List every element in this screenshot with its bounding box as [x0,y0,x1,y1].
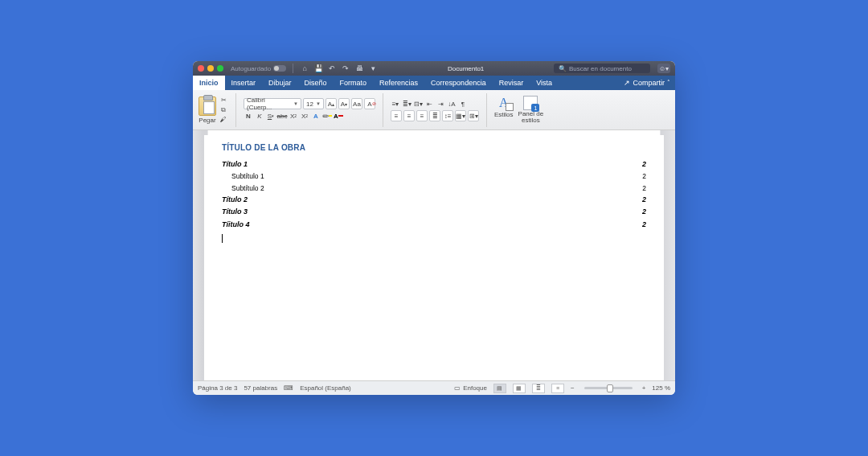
tab-vista[interactable]: Vista [530,76,559,90]
home-icon[interactable]: ⌂ [300,64,309,73]
toc-entry-page: 2 [642,183,646,194]
numbering-button[interactable]: ≣▾ [402,98,411,109]
ribbon-toolbar: Pegar ✂ ⧉ 🖌 Calibri (Cuerp...▼ 12▼ A▴ A▾ [193,90,675,130]
toc-entry[interactable]: Título 12 [222,158,646,170]
close-window-button[interactable] [198,65,204,72]
search-box[interactable]: 🔍 Buscar en documento [554,64,650,73]
italic-button[interactable]: K [255,110,264,121]
search-placeholder: Buscar en documento [569,65,632,72]
document-canvas[interactable]: TÍTULO DE LA OBRA Título 12Subtítulo 12S… [193,130,675,380]
toc-entry[interactable]: Subtítulo 12 [222,170,646,182]
autosave-label: Autoguardado [231,65,271,72]
toc-entry-text: Título 1 [222,158,248,170]
page-indicator[interactable]: Página 3 de 3 [198,384,237,392]
focus-mode-button[interactable]: ▭Enfoque [454,384,487,392]
font-name-value: Calibri (Cuerp... [247,97,291,111]
outline-view-button[interactable]: ≣ [532,384,545,393]
clear-formatting-button[interactable]: A⊘ [364,98,375,109]
align-right-button[interactable]: ≡ [416,110,428,121]
sort-button[interactable]: ↓A [447,98,457,109]
zoom-in-button[interactable]: + [642,384,646,392]
search-icon: 🔍 [559,65,567,72]
subscript-button[interactable]: X2 [289,110,298,121]
font-color-button[interactable]: A [334,110,343,121]
chevron-up-icon[interactable]: ˄ [667,80,670,86]
align-left-button[interactable]: ≡ [391,110,402,121]
zoom-level[interactable]: 125 % [652,384,670,392]
redo-icon[interactable]: ↷ [341,64,350,73]
share-icon: ↗ [624,79,630,87]
tab-referencias[interactable]: Referencias [373,76,424,90]
font-name-dropdown[interactable]: Calibri (Cuerp...▼ [244,98,301,109]
more-icon[interactable]: ▾ [368,64,378,73]
bold-button[interactable]: N [244,110,253,121]
document-title: Documento1 [448,65,484,72]
shading-button[interactable]: ▦▾ [455,110,466,121]
align-center-button[interactable]: ≡ [403,110,415,121]
draft-view-button[interactable]: ≡ [551,384,564,393]
language-indicator[interactable]: Español (España) [300,384,351,392]
print-layout-view-button[interactable]: ▤ [493,384,506,393]
shrink-font-button[interactable]: A▾ [338,98,350,109]
paragraph-group: ≡▾ ≣▾ ⊟▾ ⇤ ⇥ ↓A ¶ ≡ ≡ ≡ ≣ ↕≡ ▦▾ ⊞▾ [388,92,481,128]
tab-diseño[interactable]: Diseño [298,76,334,90]
tab-correspondencia[interactable]: Correspondencia [424,76,493,90]
toc-entry-text: Subtítulo 1 [231,170,264,182]
tab-inicio[interactable]: Inicio [193,76,225,90]
decrease-indent-button[interactable]: ⇤ [424,98,434,109]
page[interactable]: TÍTULO DE LA OBRA Título 12Subtítulo 12S… [204,135,664,380]
bullets-button[interactable]: ≡▾ [391,98,400,109]
grow-font-button[interactable]: A▴ [326,98,337,109]
zoom-slider[interactable] [584,387,633,389]
show-marks-button[interactable]: ¶ [458,98,468,109]
increase-indent-button[interactable]: ⇥ [436,98,445,109]
window-controls [198,65,223,72]
styles-gallery-icon[interactable]: A [499,96,509,110]
tab-revisar[interactable]: Revisar [493,76,530,90]
toc-entry-text: Subtítulo 2 [231,183,264,194]
multilevel-button[interactable]: ⊟▾ [413,98,423,109]
highlight-button[interactable]: ✎ [322,110,332,121]
zoom-out-button[interactable]: − [571,384,575,392]
maximize-window-button[interactable] [217,65,223,72]
toc-entry-page: 2 [642,194,646,206]
tab-insertar[interactable]: Insertar [225,76,263,90]
table-of-contents: Título 12Subtítulo 12Subtítulo 22Título … [222,158,646,231]
toc-entry[interactable]: Título 32 [222,206,646,218]
share-label: Compartir [633,79,665,87]
tab-dibujar[interactable]: Dibujar [262,76,298,90]
feedback-button[interactable]: ☺▾ [657,64,670,73]
format-painter-icon[interactable]: 🖌 [219,116,228,124]
font-size-dropdown[interactable]: 12▼ [303,98,324,109]
toc-entry-page: 2 [642,170,646,182]
spellcheck-icon[interactable]: ⌨ [284,384,293,392]
change-case-button[interactable]: Aa [351,98,362,109]
text-effects-button[interactable]: A [311,110,321,121]
copy-icon[interactable]: ⧉ [219,106,228,114]
superscript-button[interactable]: X2 [300,110,309,121]
font-size-value: 12 [306,101,313,108]
undo-icon[interactable]: ↶ [327,64,337,73]
minimize-window-button[interactable] [207,65,214,72]
tab-formato[interactable]: Formato [334,76,374,90]
underline-button[interactable]: S▾ [266,110,276,121]
share-button[interactable]: ↗ Compartir ˄ [619,76,675,90]
cut-icon[interactable]: ✂ [219,97,228,105]
paste-icon[interactable] [199,97,216,116]
word-count[interactable]: 57 palabras [244,384,277,392]
toc-entry[interactable]: Tíitulo 42 [222,219,646,231]
save-icon[interactable]: 💾 [313,64,323,73]
autosave-toggle[interactable]: Autoguardado [231,65,286,72]
toc-entry[interactable]: Título 22 [222,194,646,206]
status-bar: Página 3 de 3 57 palabras ⌨ Español (Esp… [193,380,675,395]
styles-pane-icon[interactable] [523,96,538,110]
line-spacing-button[interactable]: ↕≡ [442,110,453,121]
borders-button[interactable]: ⊞▾ [468,110,479,121]
web-layout-view-button[interactable]: ▦ [513,384,526,393]
print-icon[interactable]: 🖶 [354,64,364,73]
separator [383,93,383,127]
strikethrough-button[interactable]: abc [277,110,287,121]
toc-entry-text: Título 2 [222,194,248,206]
justify-button[interactable]: ≣ [429,110,440,121]
toc-entry[interactable]: Subtítulo 22 [222,183,646,194]
